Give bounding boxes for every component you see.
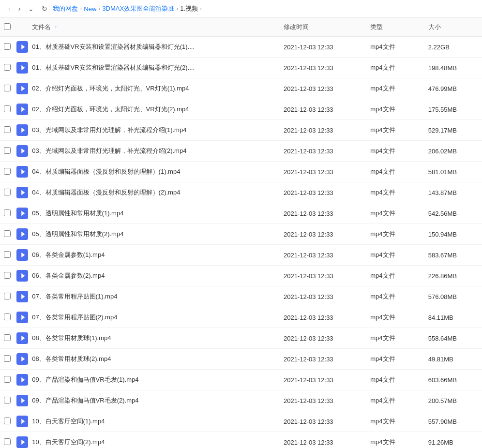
file-name-label[interactable]: 09、产品渲染和伽马值VR毛发(1).mp4	[32, 375, 138, 384]
forward-button[interactable]: ›	[16, 4, 23, 14]
file-name-label[interactable]: 09、产品渲染和伽马值VR毛发(2).mp4	[32, 396, 138, 405]
breadcrumb-new[interactable]: New	[84, 5, 96, 13]
select-all-checkbox[interactable]	[4, 23, 11, 30]
row-actions	[472, 162, 482, 182]
row-checkbox-cell	[0, 432, 15, 448]
breadcrumb-mycloud[interactable]: 我的网盘	[53, 4, 78, 13]
row-checkbox[interactable]	[4, 438, 11, 445]
file-name-label[interactable]: 03、光域网以及非常用灯光理解，补光流程介绍(1).mp4	[32, 126, 186, 134]
row-checkbox[interactable]	[4, 272, 11, 279]
file-type: mp4文件	[366, 78, 424, 99]
file-name-label[interactable]: 04、材质编辑器面板（漫反射和反射的理解）(1).mp4	[32, 167, 180, 176]
file-icon	[16, 332, 28, 344]
file-name-cell: 05、透明属性和常用材质(1).mp4	[15, 203, 280, 224]
breadcrumb-sep-1: ›	[98, 5, 100, 12]
file-name-label[interactable]: 02、介绍灯光面板，环境光，太阳灯光、VR灯光(1).mp4	[32, 84, 189, 93]
row-checkbox[interactable]	[4, 209, 11, 216]
table-row: 02、介绍灯光面板，环境光，太阳灯光、VR灯光(1).mp42021-12-03…	[0, 78, 482, 99]
svg-marker-0	[21, 45, 25, 50]
file-name-label[interactable]: 05、透明属性和常用材质(2).mp4	[32, 230, 123, 239]
row-checkbox-cell	[0, 182, 15, 203]
row-checkbox[interactable]	[4, 64, 11, 71]
file-name-label[interactable]: 07、各类常用程序贴图(1).mp4	[32, 292, 117, 301]
file-name-cell: 10、白天客厅空间(1).mp4	[15, 411, 280, 432]
row-checkbox[interactable]	[4, 397, 11, 403]
svg-marker-8	[21, 211, 25, 216]
file-name-label[interactable]: 05、透明属性和常用材质(1).mp4	[32, 209, 123, 218]
dropdown-button[interactable]: ⌄	[26, 4, 36, 14]
file-size: 583.67MB	[424, 245, 473, 266]
file-table: 文件名 ↑ 修改时间 类型 大小 01、材质基础VR安装和设置渲染器材质编辑器和…	[0, 18, 482, 448]
column-name[interactable]: 文件名 ↑	[15, 18, 280, 37]
row-checkbox[interactable]	[4, 334, 11, 341]
row-actions	[472, 328, 482, 349]
file-type: mp4文件	[366, 203, 424, 224]
file-icon	[16, 104, 28, 115]
row-checkbox[interactable]	[4, 105, 11, 112]
file-name-label[interactable]: 07、各类常用程序贴图(2).mp4	[32, 313, 117, 322]
file-name-label[interactable]: 02、介绍灯光面板，环境光，太阳灯光、VR灯光(2).mp4	[32, 105, 189, 114]
row-checkbox[interactable]	[4, 189, 11, 195]
file-size: 2.22GB	[424, 37, 473, 58]
row-checkbox[interactable]	[4, 355, 11, 362]
row-checkbox[interactable]	[4, 314, 11, 320]
svg-marker-12	[21, 294, 25, 299]
back-button[interactable]: ‹	[6, 4, 13, 14]
file-name-label[interactable]: 06、各类金属参数(2).mp4	[32, 271, 105, 280]
row-actions	[472, 432, 482, 448]
row-checkbox[interactable]	[4, 85, 11, 91]
svg-marker-5	[21, 149, 25, 154]
row-actions	[472, 141, 482, 162]
file-size: 49.81MB	[424, 349, 473, 370]
file-name-cell: 06、各类金属参数(2).mp4	[15, 266, 280, 286]
file-name-label[interactable]: 08、各类常用材质球(1).mp4	[32, 334, 111, 343]
file-size: 529.17MB	[424, 120, 473, 141]
breadcrumb-sep-3: ›	[200, 5, 202, 12]
file-name-label[interactable]: 01、材质基础VR安装和设置渲染器材质编辑器和灯光(1)....	[32, 43, 195, 51]
file-type: mp4文件	[366, 141, 424, 162]
row-checkbox-cell	[0, 328, 15, 349]
table-row: 05、透明属性和常用材质(1).mp42021-12-03 12:33mp4文件…	[0, 203, 482, 224]
refresh-button[interactable]: ↻	[39, 4, 50, 14]
row-checkbox[interactable]	[4, 418, 11, 424]
file-name-label[interactable]: 10、白天客厅空间(2).mp4	[32, 438, 105, 447]
row-checkbox[interactable]	[4, 147, 11, 154]
file-icon	[16, 62, 28, 74]
row-checkbox[interactable]	[4, 376, 11, 383]
file-size: 542.56MB	[424, 203, 473, 224]
row-checkbox-cell	[0, 390, 15, 411]
svg-marker-6	[21, 169, 25, 175]
row-checkbox[interactable]	[4, 293, 11, 299]
file-name-label[interactable]: 10、白天客厅空间(1).mp4	[32, 417, 105, 426]
file-name-label[interactable]: 03、光域网以及非常用灯光理解，补光流程介绍(2).mp4	[32, 147, 186, 155]
file-type: mp4文件	[366, 224, 424, 245]
row-checkbox[interactable]	[4, 251, 11, 258]
file-time: 2021-12-03 12:33	[280, 37, 366, 58]
file-icon	[16, 291, 28, 302]
file-time: 2021-12-03 12:33	[280, 99, 366, 120]
row-actions	[472, 120, 482, 141]
table-row: 10、白天客厅空间(2).mp42021-12-03 12:33mp4文件91.…	[0, 432, 482, 448]
file-name-cell: 06、各类金属参数(1).mp4	[15, 245, 280, 266]
row-checkbox-cell	[0, 411, 15, 432]
file-icon	[16, 124, 28, 136]
file-name-cell: 05、透明属性和常用材质(2).mp4	[15, 224, 280, 245]
row-checkbox[interactable]	[4, 168, 11, 175]
row-checkbox[interactable]	[4, 126, 11, 133]
column-size[interactable]: 大小	[424, 18, 473, 37]
row-checkbox-cell	[0, 370, 15, 390]
svg-marker-10	[21, 253, 25, 258]
row-checkbox[interactable]	[4, 230, 11, 237]
file-name-label[interactable]: 01、材质基础VR安装和设置渲染器材质编辑器和灯光(2)....	[32, 63, 195, 72]
row-checkbox[interactable]	[4, 43, 11, 50]
file-size: 143.87MB	[424, 182, 473, 203]
breadcrumb-3dmax[interactable]: 3DMAX效果图全能渲染班	[102, 4, 174, 13]
file-name-label[interactable]: 04、材质编辑器面板（漫反射和反射的理解）(2).mp4	[32, 188, 180, 197]
column-time[interactable]: 修改时间	[280, 18, 366, 37]
column-type[interactable]: 类型	[366, 18, 424, 37]
file-name-label[interactable]: 08、各类常用材质球(2).mp4	[32, 355, 111, 363]
breadcrumb-video: 1.视频	[180, 4, 198, 13]
file-name-label[interactable]: 06、各类金属参数(1).mp4	[32, 251, 105, 259]
file-type: mp4文件	[366, 411, 424, 432]
svg-marker-2	[21, 86, 25, 91]
